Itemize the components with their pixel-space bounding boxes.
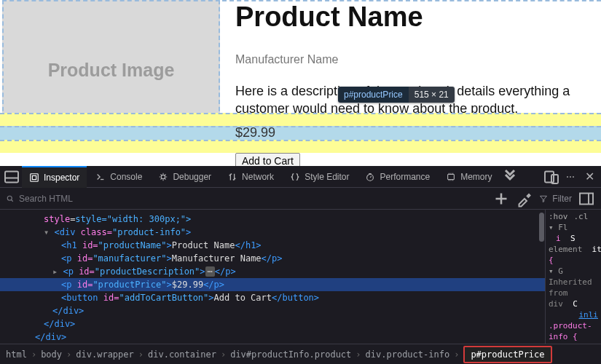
inspector-subbar: Search HTML Filter: [0, 188, 601, 210]
crumb-current[interactable]: p#productPrice: [463, 346, 551, 363]
product-name-heading: Product Name: [235, 1, 601, 33]
svg-rect-0: [5, 171, 18, 182]
product-image-label: Product Image: [48, 60, 175, 81]
crumb-container[interactable]: div.container: [148, 349, 216, 360]
tab-memory[interactable]: Memory: [439, 166, 499, 188]
tooltip-selector: p#productPrice: [338, 87, 409, 103]
dom-tree[interactable]: style=style="width: 300px;"> ▾ <div clas…: [0, 210, 545, 344]
crumb-html[interactable]: html: [6, 349, 27, 360]
inspector-tooltip: p#productPrice 515 × 21: [338, 87, 455, 103]
tooltip-dimensions: 515 × 21: [409, 87, 455, 103]
manufacturer-label: Manufacturer Name: [235, 53, 601, 66]
tab-network[interactable]: Network: [220, 166, 281, 188]
svg-line-17: [12, 199, 13, 201]
tabs-overflow-icon[interactable]: [501, 168, 519, 186]
search-placeholder: Search HTML: [19, 194, 73, 204]
tab-debugger[interactable]: Debugger: [151, 166, 219, 188]
dom-scrollbar[interactable]: [538, 210, 545, 344]
svg-point-16: [7, 196, 12, 200]
close-devtools-icon[interactable]: ✕: [581, 168, 598, 186]
crumb-product-info[interactable]: div.product-info: [366, 349, 450, 360]
filter-label[interactable]: Filter: [552, 194, 572, 204]
content-highlight: [0, 126, 601, 140]
selected-dom-node[interactable]: <p id="productPrice">$29.99</p>: [0, 278, 545, 291]
devtools-panel: Inspector Console Debugger Network Style…: [0, 166, 601, 364]
margin-highlight-top: [0, 113, 601, 126]
filter-icon: [539, 194, 548, 203]
margin-highlight-bottom: [0, 140, 601, 153]
responsive-mode-icon[interactable]: [543, 168, 560, 186]
crumb-body[interactable]: body: [41, 349, 62, 360]
devtools-tabbar: Inspector Console Debugger Network Style…: [0, 166, 601, 188]
crumb-productinfo[interactable]: div#productInfo.product: [230, 349, 351, 360]
svg-point-5: [162, 175, 165, 178]
crumb-wrapper[interactable]: div.wrapper: [76, 349, 133, 360]
svg-rect-2: [31, 173, 39, 181]
search-icon: [6, 194, 15, 203]
more-icon[interactable]: ⋯: [562, 168, 579, 186]
styles-pane[interactable]: :hov .cl ▾ Fl i S element ite { ▾ G Inhe…: [545, 210, 601, 344]
tab-style-editor[interactable]: Style Editor: [283, 166, 356, 188]
search-html[interactable]: Search HTML: [6, 194, 487, 204]
tab-inspector[interactable]: Inspector: [22, 166, 87, 188]
svg-rect-14: [545, 171, 554, 182]
eyedropper-icon[interactable]: [516, 190, 533, 207]
tab-performance[interactable]: Performance: [358, 166, 437, 188]
svg-rect-7: [448, 174, 455, 179]
rendered-page: Product Image Product Name Manufacturer …: [0, 0, 601, 166]
dock-icon[interactable]: [3, 168, 20, 186]
add-node-icon[interactable]: [492, 190, 510, 207]
product-price: $29.99: [235, 125, 275, 141]
tab-console[interactable]: Console: [88, 166, 149, 188]
svg-rect-20: [580, 193, 593, 204]
toggle-sidepanel-icon[interactable]: [578, 190, 595, 207]
svg-rect-3: [32, 175, 36, 179]
breadcrumb-trail[interactable]: html› body› div.wrapper› div.container› …: [0, 344, 601, 364]
